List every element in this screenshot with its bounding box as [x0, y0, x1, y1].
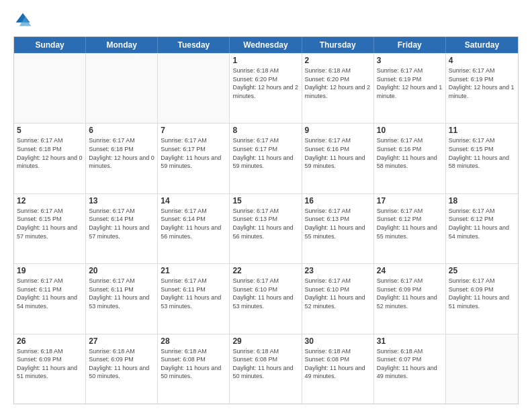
day-info: Sunrise: 6:17 AM Sunset: 6:19 PM Dayligh…	[449, 66, 515, 100]
cal-header-cell: Thursday	[302, 37, 374, 53]
day-info: Sunrise: 6:18 AM Sunset: 6:08 PM Dayligh…	[232, 347, 298, 381]
calendar-cell: 31Sunrise: 6:18 AM Sunset: 6:07 PM Dayli…	[374, 334, 446, 404]
day-info: Sunrise: 6:17 AM Sunset: 6:09 PM Dayligh…	[377, 277, 443, 310]
calendar-cell: 20Sunrise: 6:17 AM Sunset: 6:11 PM Dayli…	[86, 264, 158, 333]
calendar-cell	[446, 334, 518, 404]
calendar-cell: 28Sunrise: 6:18 AM Sunset: 6:08 PM Dayli…	[158, 334, 230, 404]
day-info: Sunrise: 6:17 AM Sunset: 6:17 PM Dayligh…	[161, 136, 226, 170]
calendar-cell: 19Sunrise: 6:17 AM Sunset: 6:11 PM Dayli…	[14, 264, 86, 333]
calendar-cell: 18Sunrise: 6:17 AM Sunset: 6:12 PM Dayli…	[446, 194, 518, 263]
calendar-body: 1Sunrise: 6:18 AM Sunset: 6:20 PM Daylig…	[14, 53, 518, 404]
calendar-cell: 17Sunrise: 6:17 AM Sunset: 6:12 PM Dayli…	[374, 194, 446, 263]
calendar-cell: 9Sunrise: 6:17 AM Sunset: 6:16 PM Daylig…	[302, 124, 374, 193]
logo-icon	[13, 11, 32, 30]
day-number: 24	[377, 266, 443, 275]
calendar-week-row: 19Sunrise: 6:17 AM Sunset: 6:11 PM Dayli…	[14, 263, 518, 333]
day-info: Sunrise: 6:17 AM Sunset: 6:11 PM Dayligh…	[161, 277, 226, 310]
day-info: Sunrise: 6:18 AM Sunset: 6:20 PM Dayligh…	[305, 66, 371, 100]
calendar-cell: 29Sunrise: 6:18 AM Sunset: 6:08 PM Dayli…	[230, 334, 302, 404]
calendar-cell: 2Sunrise: 6:18 AM Sunset: 6:20 PM Daylig…	[302, 54, 374, 123]
calendar-cell: 10Sunrise: 6:17 AM Sunset: 6:16 PM Dayli…	[374, 124, 446, 193]
day-info: Sunrise: 6:18 AM Sunset: 6:09 PM Dayligh…	[17, 347, 83, 381]
day-number: 14	[161, 196, 226, 205]
day-number: 23	[305, 266, 371, 275]
day-number: 13	[89, 196, 154, 205]
calendar-week-row: 26Sunrise: 6:18 AM Sunset: 6:09 PM Dayli…	[14, 334, 518, 404]
day-info: Sunrise: 6:17 AM Sunset: 6:12 PM Dayligh…	[449, 207, 515, 240]
calendar-cell: 22Sunrise: 6:17 AM Sunset: 6:10 PM Dayli…	[230, 264, 302, 333]
day-info: Sunrise: 6:17 AM Sunset: 6:13 PM Dayligh…	[232, 207, 298, 240]
day-info: Sunrise: 6:17 AM Sunset: 6:15 PM Dayligh…	[17, 207, 83, 240]
day-number: 3	[377, 56, 443, 65]
day-number: 21	[161, 266, 226, 275]
day-number: 30	[305, 336, 371, 346]
cal-header-cell: Monday	[86, 37, 158, 53]
calendar-cell: 24Sunrise: 6:17 AM Sunset: 6:09 PM Dayli…	[374, 264, 446, 333]
day-info: Sunrise: 6:17 AM Sunset: 6:11 PM Dayligh…	[17, 277, 83, 310]
calendar-cell: 5Sunrise: 6:17 AM Sunset: 6:18 PM Daylig…	[14, 124, 86, 193]
day-number: 15	[232, 196, 298, 205]
calendar-cell	[158, 54, 230, 123]
day-number: 5	[17, 126, 83, 135]
calendar-header-row: SundayMondayTuesdayWednesdayThursdayFrid…	[14, 37, 518, 53]
calendar-cell: 8Sunrise: 6:17 AM Sunset: 6:17 PM Daylig…	[230, 124, 302, 193]
cal-header-cell: Friday	[374, 37, 446, 53]
calendar-cell: 13Sunrise: 6:17 AM Sunset: 6:14 PM Dayli…	[86, 194, 158, 263]
day-number: 1	[232, 56, 298, 65]
day-number: 7	[161, 126, 226, 135]
day-number: 9	[305, 126, 371, 135]
day-info: Sunrise: 6:18 AM Sunset: 6:08 PM Dayligh…	[305, 347, 371, 381]
day-number: 17	[377, 196, 443, 205]
day-number: 2	[305, 56, 371, 65]
day-number: 18	[449, 196, 515, 205]
day-info: Sunrise: 6:17 AM Sunset: 6:14 PM Dayligh…	[161, 207, 226, 240]
day-number: 31	[377, 336, 443, 346]
calendar-cell: 7Sunrise: 6:17 AM Sunset: 6:17 PM Daylig…	[158, 124, 230, 193]
cal-header-cell: Wednesday	[230, 37, 302, 53]
day-number: 11	[449, 126, 515, 135]
page: SundayMondayTuesdayWednesdayThursdayFrid…	[0, 0, 532, 411]
day-info: Sunrise: 6:17 AM Sunset: 6:16 PM Dayligh…	[305, 136, 371, 170]
calendar-cell: 21Sunrise: 6:17 AM Sunset: 6:11 PM Dayli…	[158, 264, 230, 333]
calendar-week-row: 5Sunrise: 6:17 AM Sunset: 6:18 PM Daylig…	[14, 123, 518, 193]
calendar-cell: 25Sunrise: 6:17 AM Sunset: 6:09 PM Dayli…	[446, 264, 518, 333]
day-info: Sunrise: 6:18 AM Sunset: 6:20 PM Dayligh…	[232, 66, 298, 100]
day-info: Sunrise: 6:17 AM Sunset: 6:14 PM Dayligh…	[89, 207, 154, 240]
day-number: 16	[305, 196, 371, 205]
cal-header-cell: Tuesday	[158, 37, 230, 53]
day-info: Sunrise: 6:17 AM Sunset: 6:12 PM Dayligh…	[377, 207, 443, 240]
calendar-week-row: 1Sunrise: 6:18 AM Sunset: 6:20 PM Daylig…	[14, 53, 518, 123]
day-number: 12	[17, 196, 83, 205]
day-info: Sunrise: 6:17 AM Sunset: 6:16 PM Dayligh…	[377, 136, 443, 170]
cal-header-cell: Saturday	[446, 37, 518, 53]
day-number: 8	[232, 126, 298, 135]
calendar-cell: 1Sunrise: 6:18 AM Sunset: 6:20 PM Daylig…	[230, 54, 302, 123]
calendar-cell: 6Sunrise: 6:17 AM Sunset: 6:18 PM Daylig…	[86, 124, 158, 193]
day-number: 20	[89, 266, 154, 275]
day-info: Sunrise: 6:17 AM Sunset: 6:18 PM Dayligh…	[89, 136, 154, 170]
calendar: SundayMondayTuesdayWednesdayThursdayFrid…	[13, 36, 519, 404]
calendar-cell: 14Sunrise: 6:17 AM Sunset: 6:14 PM Dayli…	[158, 194, 230, 263]
day-info: Sunrise: 6:17 AM Sunset: 6:11 PM Dayligh…	[89, 277, 154, 310]
calendar-cell: 26Sunrise: 6:18 AM Sunset: 6:09 PM Dayli…	[14, 334, 86, 404]
day-number: 26	[17, 336, 83, 346]
day-number: 28	[161, 336, 226, 346]
day-info: Sunrise: 6:17 AM Sunset: 6:13 PM Dayligh…	[305, 207, 371, 240]
calendar-cell: 15Sunrise: 6:17 AM Sunset: 6:13 PM Dayli…	[230, 194, 302, 263]
calendar-cell: 12Sunrise: 6:17 AM Sunset: 6:15 PM Dayli…	[14, 194, 86, 263]
day-info: Sunrise: 6:17 AM Sunset: 6:10 PM Dayligh…	[232, 277, 298, 310]
day-number: 29	[232, 336, 298, 346]
day-info: Sunrise: 6:17 AM Sunset: 6:10 PM Dayligh…	[305, 277, 371, 310]
calendar-cell: 11Sunrise: 6:17 AM Sunset: 6:15 PM Dayli…	[446, 124, 518, 193]
calendar-cell: 23Sunrise: 6:17 AM Sunset: 6:10 PM Dayli…	[302, 264, 374, 333]
calendar-cell: 3Sunrise: 6:17 AM Sunset: 6:19 PM Daylig…	[374, 54, 446, 123]
header	[13, 11, 519, 30]
logo	[13, 11, 35, 30]
calendar-cell	[86, 54, 158, 123]
day-info: Sunrise: 6:17 AM Sunset: 6:09 PM Dayligh…	[449, 277, 515, 310]
day-number: 25	[449, 266, 515, 275]
calendar-cell: 4Sunrise: 6:17 AM Sunset: 6:19 PM Daylig…	[446, 54, 518, 123]
day-number: 22	[232, 266, 298, 275]
day-info: Sunrise: 6:18 AM Sunset: 6:07 PM Dayligh…	[377, 347, 443, 381]
day-info: Sunrise: 6:17 AM Sunset: 6:18 PM Dayligh…	[17, 136, 83, 170]
